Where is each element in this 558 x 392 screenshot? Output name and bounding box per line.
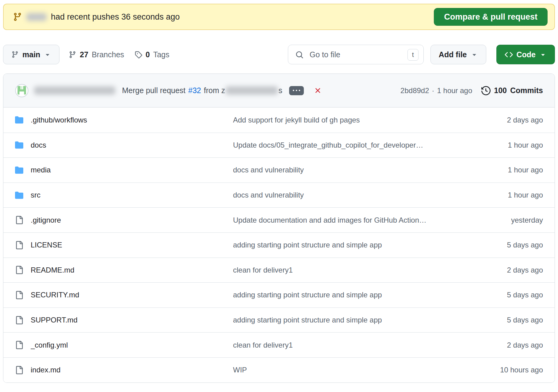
failed-check-icon[interactable] <box>314 86 322 95</box>
git-branch-icon <box>69 51 76 58</box>
tags-count: 0 <box>146 50 150 59</box>
git-branch-icon <box>13 12 22 21</box>
file-icon <box>15 241 23 249</box>
file-icon <box>15 316 23 324</box>
file-row[interactable]: media docs and vulnerability 1 hour ago <box>3 157 555 183</box>
file-icon <box>15 341 23 349</box>
recent-pushes-banner: had recent pushes 36 seconds ago Compare… <box>3 4 555 30</box>
file-name-link[interactable]: media <box>31 166 233 174</box>
commit-message-link[interactable]: Update documentation and add images for … <box>233 216 511 224</box>
tags-link[interactable]: 0 Tags <box>135 50 170 59</box>
current-branch-label: main <box>22 50 40 59</box>
commits-count: 100 <box>494 86 507 95</box>
commit-message-link[interactable]: Update docs/05_integrate_github_copilot_… <box>233 141 508 149</box>
folder-icon <box>15 116 23 124</box>
file-name-link[interactable]: index.md <box>31 366 233 374</box>
add-file-button[interactable]: Add file <box>430 45 486 64</box>
commit-date-link[interactable]: 2 days ago <box>507 266 543 274</box>
pull-request-link[interactable]: #32 <box>188 86 201 95</box>
file-table: Merge pull request #32 from z s 2bd89d2 … <box>3 74 555 383</box>
commit-date-link[interactable]: 10 hours ago <box>500 366 543 374</box>
file-name-link[interactable]: docs <box>31 141 233 149</box>
file-name-link[interactable]: SECURITY.md <box>31 291 233 299</box>
avatar[interactable] <box>15 84 29 97</box>
separator: · <box>432 86 434 95</box>
latest-commit-header: Merge pull request #32 from z s 2bd89d2 … <box>3 74 555 107</box>
code-icon <box>505 51 513 59</box>
commits-history-link[interactable]: 100 Commits <box>481 86 543 95</box>
commit-date-link[interactable]: 1 hour ago <box>508 191 543 199</box>
commit-message: Merge pull request #32 from z s <box>122 86 282 95</box>
file-row[interactable]: LICENSE adding starting point structure … <box>3 232 555 258</box>
repo-toolbar: main 27 Branches 0 Tags t Add file <box>3 45 555 64</box>
file-type-icon-cell <box>15 266 23 274</box>
file-type-icon-cell <box>15 291 23 299</box>
commit-sha-link[interactable]: 2bd89d2 <box>400 86 429 95</box>
file-name-link[interactable]: LICENSE <box>31 241 233 249</box>
commit-date-link[interactable]: 1 hour ago <box>508 141 543 149</box>
commit-date-link[interactable]: yesterday <box>511 216 543 224</box>
history-icon <box>481 86 491 95</box>
file-type-icon-cell <box>15 316 23 324</box>
file-row[interactable]: docs Update docs/05_integrate_github_cop… <box>3 133 555 158</box>
file-row[interactable]: index.md WIP 10 hours ago <box>3 357 555 383</box>
file-row[interactable]: SECURITY.md adding starting point struct… <box>3 282 555 307</box>
file-type-icon-cell <box>15 141 23 149</box>
banner-message: had recent pushes 36 seconds ago <box>51 12 180 22</box>
commit-date-link[interactable]: 5 days ago <box>507 316 543 324</box>
tag-icon <box>135 51 142 58</box>
search-icon <box>296 51 304 59</box>
commit-message-link[interactable]: clean for delivery1 <box>233 341 507 349</box>
file-type-icon-cell <box>15 341 23 349</box>
chevron-down-icon <box>44 51 51 58</box>
compare-pull-request-button[interactable]: Compare & pull request <box>434 8 548 26</box>
file-name-link[interactable]: SUPPORT.md <box>31 316 233 324</box>
commit-date-link[interactable]: 2 days ago <box>507 341 543 349</box>
commit-message-link[interactable]: adding starting point structure and simp… <box>233 291 507 299</box>
code-button[interactable]: Code <box>496 45 555 64</box>
file-row[interactable]: README.md clean for delivery1 2 days ago <box>3 258 555 283</box>
file-type-icon-cell <box>15 166 23 174</box>
shortcut-key-badge: t <box>407 49 419 61</box>
commit-date-link[interactable]: 2 days ago <box>507 116 543 124</box>
commit-message-link[interactable]: Add support for jekyll build of gh pages <box>233 116 507 124</box>
commit-message-expander-button[interactable] <box>289 86 304 95</box>
commit-sha-line: 2bd89d2 · 1 hour ago <box>400 86 472 95</box>
file-row[interactable]: .gitignore Update documentation and add … <box>3 207 555 232</box>
file-row[interactable]: _config.yml clean for delivery1 2 days a… <box>3 332 555 357</box>
file-type-icon-cell <box>15 216 23 224</box>
file-row[interactable]: src docs and vulnerability 1 hour ago <box>3 183 555 208</box>
commit-message-link[interactable]: adding starting point structure and simp… <box>233 316 507 324</box>
file-row[interactable]: .github/workflows Add support for jekyll… <box>3 107 555 133</box>
commit-message-link[interactable]: adding starting point structure and simp… <box>233 241 507 249</box>
folder-icon <box>15 166 23 174</box>
file-type-icon-cell <box>15 366 23 374</box>
commit-message-link[interactable]: docs and vulnerability <box>233 166 508 174</box>
go-to-file-search: t <box>288 45 424 64</box>
commit-date-link[interactable]: 5 days ago <box>507 291 543 299</box>
tags-label: Tags <box>153 50 170 59</box>
chevron-down-icon <box>539 51 547 58</box>
folder-icon <box>15 191 23 199</box>
kebab-horizontal-icon <box>293 87 300 94</box>
commit-message-link[interactable]: docs and vulnerability <box>233 191 508 199</box>
commit-date-link[interactable]: 1 hour ago <box>508 166 543 174</box>
commit-message-branch: from z s <box>204 86 282 95</box>
code-label: Code <box>517 50 536 59</box>
go-to-file-input[interactable] <box>288 45 423 64</box>
commits-label: Commits <box>510 86 543 95</box>
branch-selector-button[interactable]: main <box>3 45 59 64</box>
chevron-down-icon <box>471 51 478 58</box>
file-row[interactable]: SUPPORT.md adding starting point structu… <box>3 307 555 333</box>
file-name-link[interactable]: src <box>31 191 233 199</box>
file-rows: .github/workflows Add support for jekyll… <box>3 107 555 383</box>
file-icon <box>15 291 23 299</box>
file-name-link[interactable]: README.md <box>31 266 233 274</box>
branches-link[interactable]: 27 Branches <box>69 50 124 59</box>
file-name-link[interactable]: .github/workflows <box>31 116 233 124</box>
commit-date-link[interactable]: 5 days ago <box>507 241 543 249</box>
file-name-link[interactable]: .gitignore <box>31 216 233 224</box>
commit-message-link[interactable]: clean for delivery1 <box>233 266 507 274</box>
commit-message-link[interactable]: WIP <box>233 366 500 374</box>
file-name-link[interactable]: _config.yml <box>31 341 233 349</box>
